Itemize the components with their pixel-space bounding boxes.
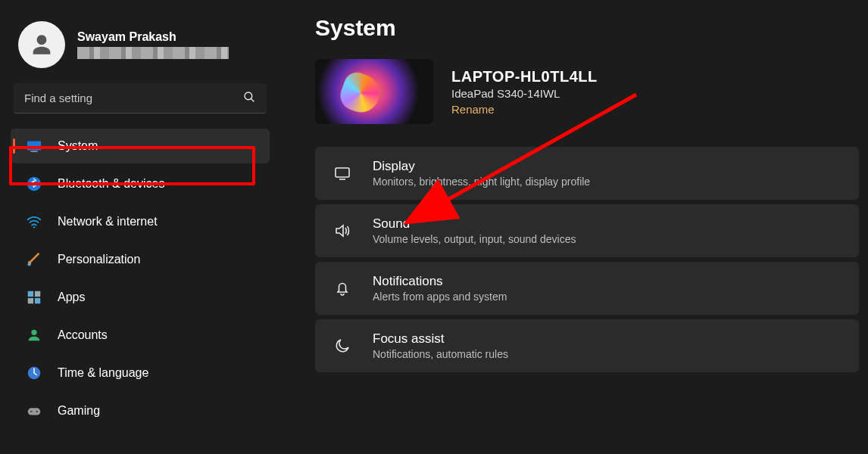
page-title: System — [315, 15, 868, 41]
user-email-redacted — [77, 47, 229, 59]
nav-label-personalization: Personalization — [58, 253, 140, 266]
device-wallpaper-thumbnail — [315, 59, 433, 124]
settings-card-display[interactable]: Display Monitors, brightness, night ligh… — [315, 147, 859, 200]
gaming-icon — [26, 403, 42, 419]
svg-rect-9 — [28, 298, 33, 303]
device-model: IdeaPad S340-14IWL — [451, 87, 598, 100]
clock-globe-icon — [26, 365, 42, 381]
svg-point-5 — [33, 226, 35, 228]
svg-rect-3 — [30, 151, 37, 151]
bluetooth-icon — [26, 176, 42, 192]
nav-label-apps: Apps — [58, 291, 85, 304]
svg-rect-7 — [28, 291, 33, 297]
svg-rect-2 — [27, 141, 41, 151]
sidebar-item-system[interactable]: System — [11, 129, 270, 163]
content-area: System LAPTOP-HL0TL4LL IdeaPad S340-14IW… — [280, 0, 868, 454]
user-account-row[interactable]: Swayam Prakash — [8, 14, 273, 83]
sidebar-item-gaming[interactable]: Gaming — [11, 393, 270, 428]
svg-point-6 — [27, 263, 30, 266]
svg-rect-16 — [336, 168, 349, 177]
card-title: Sound — [373, 216, 576, 232]
device-info-row: LAPTOP-HL0TL4LL IdeaPad S340-14IWL Renam… — [315, 59, 868, 124]
search-icon — [242, 90, 256, 106]
sidebar-item-bluetooth[interactable]: Bluetooth & devices — [11, 166, 270, 201]
search-input[interactable]: Find a setting — [14, 83, 267, 114]
settings-card-sound[interactable]: Sound Volume levels, output, input, soun… — [315, 204, 859, 257]
nav-label-network: Network & internet — [58, 215, 158, 229]
svg-rect-10 — [35, 298, 40, 303]
nav-label-accounts: Accounts — [58, 328, 108, 342]
svg-point-15 — [36, 411, 38, 412]
card-subtitle: Notifications, automatic rules — [373, 348, 508, 360]
card-subtitle: Alerts from apps and system — [373, 291, 507, 303]
accounts-icon — [26, 327, 42, 344]
bell-icon — [330, 279, 354, 297]
svg-point-11 — [31, 330, 36, 335]
sidebar-item-time-language[interactable]: Time & language — [11, 356, 270, 390]
svg-point-14 — [30, 411, 32, 412]
sidebar-item-apps[interactable]: Apps — [11, 280, 270, 315]
search-placeholder: Find a setting — [24, 92, 92, 104]
nav-label-time: Time & language — [58, 366, 148, 380]
sound-icon — [330, 222, 354, 240]
nav-label-system: System — [58, 139, 98, 153]
system-icon — [26, 138, 42, 154]
svg-rect-13 — [28, 408, 41, 415]
sidebar: Swayam Prakash Find a setting System — [0, 0, 280, 454]
display-icon — [330, 164, 354, 182]
user-name: Swayam Prakash — [77, 30, 229, 44]
card-subtitle: Volume levels, output, input, sound devi… — [373, 233, 576, 245]
rename-link[interactable]: Rename — [451, 103, 598, 116]
settings-card-focus-assist[interactable]: Focus assist Notifications, automatic ru… — [315, 319, 859, 372]
card-subtitle: Monitors, brightness, night light, displ… — [373, 176, 590, 188]
moon-icon — [330, 337, 354, 355]
avatar — [18, 21, 65, 68]
nav-label-gaming: Gaming — [58, 404, 100, 418]
nav-label-bluetooth: Bluetooth & devices — [58, 177, 164, 191]
nav-list: System Bluetooth & devices Network & int… — [8, 127, 273, 430]
card-title: Display — [373, 159, 590, 174]
device-name: LAPTOP-HL0TL4LL — [451, 68, 598, 86]
paintbrush-icon — [26, 251, 42, 268]
sidebar-item-network[interactable]: Network & internet — [11, 204, 270, 239]
card-title: Notifications — [373, 274, 507, 289]
svg-rect-8 — [35, 291, 40, 297]
svg-line-1 — [251, 98, 254, 101]
sidebar-item-personalization[interactable]: Personalization — [11, 242, 270, 277]
settings-card-notifications[interactable]: Notifications Alerts from apps and syste… — [315, 262, 859, 315]
person-icon — [29, 32, 55, 58]
apps-icon — [26, 289, 42, 306]
card-title: Focus assist — [373, 331, 508, 347]
wifi-icon — [26, 213, 42, 230]
sidebar-item-accounts[interactable]: Accounts — [11, 318, 270, 353]
